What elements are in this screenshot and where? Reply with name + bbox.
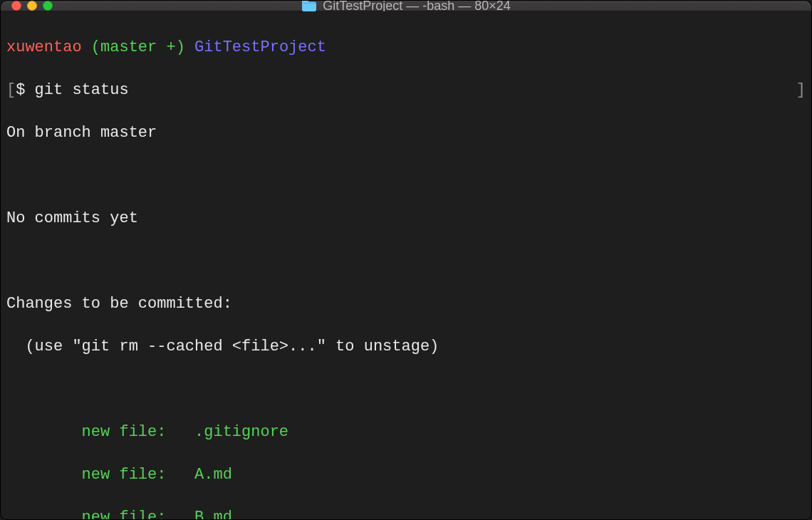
command-line: [$ git status] (6, 80, 806, 101)
open-bracket: [ (6, 81, 16, 99)
prompt-user: xuwentao (6, 38, 82, 56)
output-no-commits: No commits yet (6, 208, 806, 229)
output-changes-header: Changes to be committed: (6, 293, 806, 315)
dollar-sign: $ (16, 81, 34, 99)
staged-file: new file: A.md (6, 464, 806, 486)
close-bracket: ] (796, 80, 806, 101)
staged-file: new file: B.md (6, 507, 806, 520)
terminal-body[interactable]: xuwentao (master +) GitTestProject [$ gi… (1, 11, 811, 520)
prompt-line: xuwentao (master +) GitTestProject (6, 37, 806, 58)
traffic-lights (1, 1, 53, 11)
titlebar[interactable]: GitTestProject — -bash — 80×24 (1, 1, 811, 11)
staged-file: new file: .gitignore (6, 422, 806, 443)
maximize-button[interactable] (43, 1, 53, 11)
output-unstage-hint: (use "git rm --cached <file>..." to unst… (6, 336, 806, 358)
close-button[interactable] (11, 1, 21, 11)
folder-icon (301, 0, 317, 12)
blank-line (6, 165, 806, 187)
prompt-branch: master + (100, 38, 176, 56)
blank-line (6, 379, 806, 400)
terminal-window: GitTestProject — -bash — 80×24 xuwentao … (0, 0, 812, 520)
command-text: git status (35, 81, 129, 99)
minimize-button[interactable] (27, 1, 37, 11)
prompt-dir: GitTestProject (194, 38, 326, 56)
output-on-branch: On branch master (6, 123, 806, 144)
prompt-branch-close: ) (176, 38, 194, 56)
blank-line (6, 251, 806, 272)
prompt-branch-open: ( (82, 38, 100, 56)
